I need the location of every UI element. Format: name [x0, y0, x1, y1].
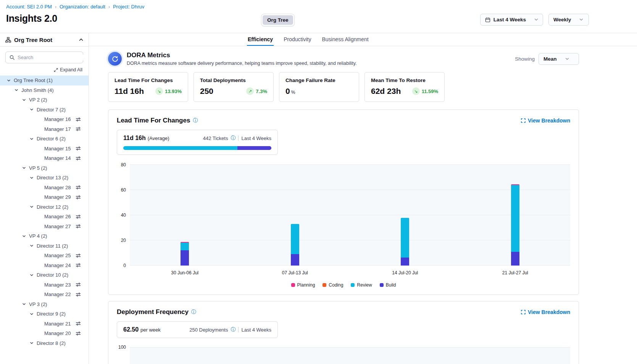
tab-business-alignment[interactable]: Business Alignment	[321, 33, 369, 46]
tree-item-manager-26[interactable]: Manager 26	[0, 212, 89, 222]
sliders-icon[interactable]	[76, 321, 81, 326]
chevron-down-icon	[30, 244, 34, 248]
breadcrumb-project-link[interactable]: Project: Dhruv	[113, 4, 144, 10]
tree-item-director-10-2[interactable]: Director 10 (2)	[0, 270, 89, 280]
search-input[interactable]	[18, 55, 85, 60]
y-tick-0: 0	[123, 263, 126, 268]
legend-item-planning[interactable]: Planning	[291, 282, 315, 288]
metric-value: 250	[200, 87, 213, 96]
tree-item-label: VP 4 (2)	[29, 233, 47, 239]
tree-item-vp-3-2[interactable]: VP 3 (2)	[0, 300, 89, 309]
tree-item-manager-21[interactable]: Manager 21	[0, 319, 89, 329]
sidebar-header: Org Tree Root	[0, 33, 89, 47]
tree-item-manager-23[interactable]: Manager 23	[0, 280, 89, 290]
x-label: 21 Jul-27 Jul	[460, 270, 571, 275]
metric-value: 11d 16h	[114, 87, 144, 96]
legend-swatch	[380, 283, 384, 287]
sliders-icon[interactable]	[76, 263, 81, 268]
date-range-select[interactable]: Last 4 Weeks	[480, 14, 543, 26]
bar-segment-build	[291, 254, 299, 266]
tree-item-label: VP 5 (2)	[29, 165, 47, 171]
legend-item-review[interactable]: Review	[351, 282, 372, 288]
legend-label: Review	[357, 282, 372, 288]
tree-item-manager-29[interactable]: Manager 29	[0, 192, 89, 202]
tree-item-director-11-2[interactable]: Director 11 (2)	[0, 241, 89, 251]
tree-item-vp-4-2[interactable]: VP 4 (2)	[0, 231, 89, 241]
tree-item-manager-15[interactable]: Manager 15	[0, 144, 89, 154]
tab-productivity[interactable]: Productivity	[283, 33, 312, 46]
info-icon[interactable]: ⓘ	[231, 326, 235, 333]
sliders-icon[interactable]	[76, 214, 81, 219]
sliders-icon[interactable]	[76, 156, 81, 161]
tree-item-manager-20[interactable]: Manager 20	[0, 329, 89, 338]
tab-efficiency[interactable]: Efficiency	[247, 33, 274, 46]
chevron-down-icon	[30, 176, 34, 180]
tree-item-vp-2-2[interactable]: VP 2 (2)	[0, 95, 89, 105]
tree-item-manager-16[interactable]: Manager 16	[0, 114, 89, 124]
sliders-icon[interactable]	[76, 282, 81, 287]
tree-item-manager-28[interactable]: Manager 28	[0, 183, 89, 193]
legend-item-coding[interactable]: Coding	[323, 282, 343, 288]
sidebar-title: Org Tree Root	[14, 37, 52, 43]
date-range-value: Last 4 Weeks	[493, 17, 526, 23]
expand-all-button[interactable]: Expand All	[6, 67, 82, 72]
view-breakdown-button[interactable]: View Breakdown	[521, 118, 570, 124]
org-tree-toggle-button[interactable]: Org Tree	[263, 15, 293, 25]
legend-item-build[interactable]: Build	[380, 282, 396, 288]
info-icon[interactable]: ⓘ	[231, 135, 235, 142]
showing-select[interactable]: Mean	[539, 53, 579, 65]
tree-item-vp-5-2[interactable]: VP 5 (2)	[0, 163, 89, 173]
tree-item-manager-17[interactable]: Manager 17	[0, 124, 89, 134]
chevron-up-icon[interactable]	[79, 38, 83, 41]
tree-item-director-7-2[interactable]: Director 7 (2)	[0, 105, 89, 115]
sliders-icon[interactable]	[76, 331, 81, 336]
x-label: 14 Jul-20 Jul	[350, 270, 460, 275]
tree-item-manager-22[interactable]: Manager 22	[0, 290, 89, 300]
granularity-value: Weekly	[553, 17, 571, 23]
sliders-icon[interactable]	[76, 195, 81, 200]
sliders-icon[interactable]	[76, 117, 81, 122]
trend-percent: 13.93%	[165, 89, 182, 94]
breadcrumb-account-link[interactable]: Account: SEI 2.0 PM	[6, 4, 52, 10]
view-breakdown-button[interactable]: View Breakdown	[521, 309, 570, 315]
phase-bar-build	[237, 146, 271, 150]
search-box	[5, 52, 83, 63]
divider	[238, 135, 239, 141]
tree-item-manager-14[interactable]: Manager 14	[0, 153, 89, 163]
y-tick-40: 40	[121, 213, 126, 218]
sliders-icon[interactable]	[76, 224, 81, 229]
granularity-select[interactable]: Weekly	[548, 14, 589, 26]
breadcrumb-organization-link[interactable]: Organization: default	[60, 4, 105, 10]
tree-item-manager-27[interactable]: Manager 27	[0, 222, 89, 232]
sliders-icon[interactable]	[76, 253, 81, 258]
phase-bar-review	[123, 146, 237, 150]
lead-time-section-title: Lead Time For Changes	[117, 117, 190, 124]
tree-item-director-9-2[interactable]: Director 9 (2)	[0, 309, 89, 319]
tree-item-director-12-2[interactable]: Director 12 (2)	[0, 202, 89, 212]
sliders-icon[interactable]	[76, 146, 81, 151]
trend-percent: 7.3%	[256, 89, 267, 94]
tree-item-director-8-2[interactable]: Director 8 (2)	[0, 338, 89, 348]
info-icon[interactable]: ⓘ	[193, 117, 198, 124]
tree-item-org-tree-root-1[interactable]: Org Tree Root (1)	[0, 76, 89, 85]
chevron-down-icon	[565, 58, 569, 60]
tree-item-manager-24[interactable]: Manager 24	[0, 261, 89, 271]
metric-unit: %	[291, 90, 295, 95]
org-tree-list: Org Tree Root (1)John Smith (4)VP 2 (2)D…	[0, 76, 89, 348]
tree-item-label: Manager 20	[44, 330, 71, 336]
tree-item-director-6-2[interactable]: Director 6 (2)	[0, 134, 89, 144]
sliders-icon[interactable]	[76, 126, 81, 132]
trend-badge: ↗ 7.3%	[246, 87, 267, 95]
tree-item-john-smith-4[interactable]: John Smith (4)	[0, 85, 89, 95]
summary-range: Last 4 Weeks	[241, 135, 271, 141]
deployment-frequency-section: Deployment Frequency ⓘ View Breakdown 62…	[108, 301, 579, 364]
sliders-icon[interactable]	[76, 185, 81, 190]
sliders-icon[interactable]	[76, 292, 81, 297]
tree-item-director-13-2[interactable]: Director 13 (2)	[0, 173, 89, 183]
metric-card-change-failure-rate: Change Failure Rate 0%	[279, 72, 359, 102]
tree-item-label: Director 7 (2)	[37, 107, 66, 113]
tree-item-manager-25[interactable]: Manager 25	[0, 251, 89, 261]
main-panel: Efficiency Productivity Business Alignme…	[89, 33, 637, 364]
info-icon[interactable]: ⓘ	[191, 309, 196, 316]
y-tick-80: 80	[121, 162, 126, 168]
